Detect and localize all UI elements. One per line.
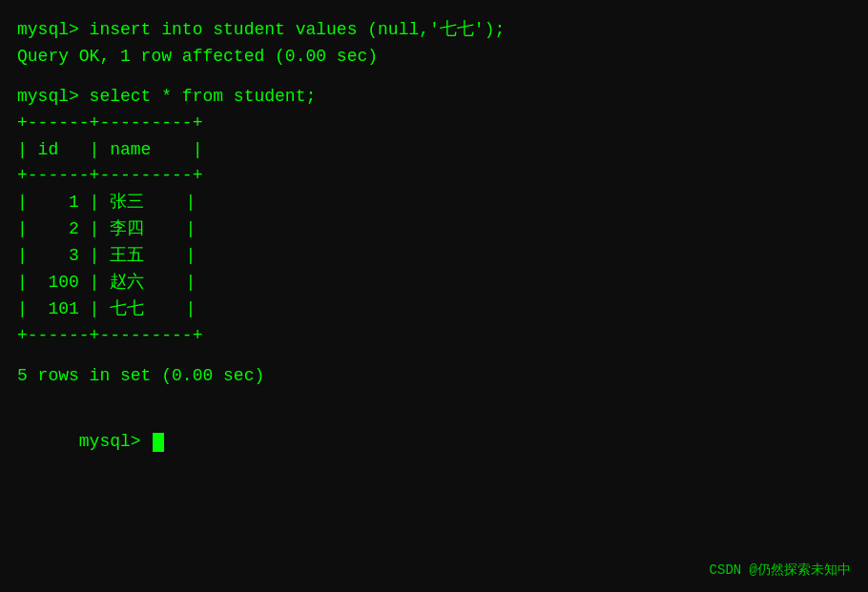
insert-command-line: mysql> insert into student values (null,… [17,17,851,44]
table-row-2: | 2 | 李四 | [17,216,851,243]
table-row-3: | 3 | 王五 | [17,243,851,270]
prompt-text: mysql> [79,432,152,451]
spacer-3 [17,390,851,403]
table-header-row: | id | name | [17,137,851,164]
current-prompt-line[interactable]: mysql> [17,403,851,483]
table-header-border: +------+---------+ [17,163,851,190]
table-top-border: +------+---------+ [17,111,851,137]
cursor-block [153,433,164,452]
watermark-text: CSDN @仍然探索未知中 [710,561,851,579]
spacer-1 [17,71,851,84]
table-row-1: | 1 | 张三 | [17,190,851,216]
table-row-4: | 100 | 赵六 | [17,270,851,296]
select-command-line: mysql> select * from student; [17,84,851,111]
table-row-5: | 101 | 七七 | [17,296,851,323]
spacer-2 [17,350,851,363]
table-bottom-border: +------+---------+ [17,323,851,350]
rows-in-set-line: 5 rows in set (0.00 sec) [17,363,851,390]
query-ok-line: Query OK, 1 row affected (0.00 sec) [17,44,851,71]
terminal-output: mysql> insert into student values (null,… [17,17,851,482]
terminal-window: mysql> insert into student values (null,… [0,0,868,592]
